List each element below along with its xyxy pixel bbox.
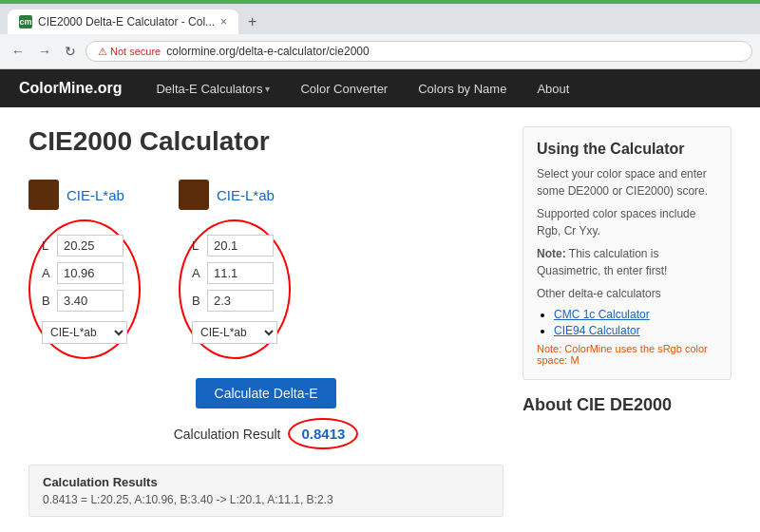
- color1-space-select[interactable]: CIE-L*ab Rgb Yxy: [42, 321, 127, 344]
- sidebar-text1: Select your color space and enter some D…: [537, 165, 717, 200]
- color1-B-input[interactable]: [57, 290, 124, 312]
- about-section-title: About CIE DE2000: [522, 395, 732, 415]
- color2-A-row: A: [192, 262, 277, 284]
- sidebar: Using the Calculator Select your color s…: [522, 126, 732, 517]
- active-tab[interactable]: cm CIE2000 Delta-E Calculator - Col... ×: [8, 10, 238, 34]
- color1-header: CIE-L*ab: [28, 180, 141, 210]
- result-label: Calculation Result: [174, 427, 281, 442]
- other-calcs-label: Other delta-e calculators: [537, 285, 717, 302]
- color2-A-input[interactable]: [207, 262, 274, 284]
- calculator-section: CIE2000 Calculator CIE-L*ab L A: [28, 126, 504, 517]
- color1-L-label: L: [42, 238, 53, 253]
- address-bar: ← → ↻ ⚠ Not secure colormine.org/delta-e…: [0, 34, 760, 68]
- color2-B-label: B: [192, 294, 203, 308]
- color2-space-select[interactable]: CIE-L*ab Rgb Yxy: [192, 321, 277, 344]
- sidebar-text2: Supported color spaces include Rgb, Cr Y…: [537, 205, 717, 239]
- calc-link-item-cmc: CMC 1c Calculator: [554, 308, 717, 321]
- color2-space-label: CIE-L*ab: [217, 187, 275, 203]
- result-row: Calculation Result 0.8413: [28, 418, 504, 449]
- note-label: Note:: [537, 247, 566, 260]
- nav-item-delta-e[interactable]: Delta-E Calculators ▾: [150, 78, 276, 100]
- page-title: CIE2000 Calculator: [28, 126, 504, 157]
- main-content: CIE2000 Calculator CIE-L*ab L A: [0, 107, 760, 532]
- color2-swatch: [179, 180, 209, 210]
- calc-results-box: Calculation Results 0.8413 = L:20.25, A:…: [28, 465, 504, 517]
- site-logo[interactable]: ColorMine.org: [19, 80, 122, 97]
- refresh-button[interactable]: ↻: [61, 42, 80, 61]
- color2-B-row: B: [192, 290, 277, 312]
- color1-A-row: A: [42, 262, 127, 284]
- color1-group: CIE-L*ab L A B CIE: [28, 180, 141, 359]
- color1-L-input[interactable]: [57, 235, 124, 256]
- color1-A-input[interactable]: [57, 262, 124, 284]
- new-tab-button[interactable]: +: [242, 13, 262, 30]
- cie94-calc-link[interactable]: CIE94 Calculator: [554, 324, 640, 337]
- warning-icon: ⚠: [98, 46, 107, 58]
- cmc-calc-link[interactable]: CMC 1c Calculator: [554, 308, 650, 321]
- color1-B-row: B: [42, 290, 127, 312]
- sidebar-using-title: Using the Calculator: [537, 141, 717, 158]
- calculate-button[interactable]: Calculate Delta-E: [196, 378, 337, 408]
- calc-links-list: CMC 1c Calculator CIE94 Calculator: [537, 308, 717, 337]
- nav-item-colors-by-name[interactable]: Colors by Name: [412, 78, 512, 100]
- color-inputs-row: CIE-L*ab L A B CIE: [28, 180, 504, 359]
- site-nav: ColorMine.org Delta-E Calculators ▾ Colo…: [0, 69, 760, 107]
- not-secure-indicator: ⚠ Not secure: [98, 46, 161, 58]
- back-button[interactable]: ←: [8, 42, 28, 61]
- forward-button[interactable]: →: [34, 42, 55, 61]
- color2-A-label: A: [192, 266, 203, 280]
- color2-B-input[interactable]: [207, 290, 274, 312]
- color2-L-row: L: [192, 235, 277, 256]
- calc-results-text: 0.8413 = L:20.25, A:10.96, B:3.40 -> L:2…: [43, 493, 489, 506]
- sidebar-note: Note: This calculation is Quasimetric, t…: [537, 245, 717, 279]
- nav-item-about[interactable]: About: [531, 78, 575, 100]
- color2-L-input[interactable]: [207, 235, 274, 256]
- color2-input-circle: L A B CIE-L*ab Rgb Yxy: [179, 219, 291, 359]
- tab-bar: cm CIE2000 Delta-E Calculator - Col... ×…: [0, 4, 760, 34]
- tab-close-btn[interactable]: ×: [220, 15, 227, 28]
- url-text: colormine.org/delta-e-calculator/cie2000: [166, 45, 369, 58]
- tab-title: CIE2000 Delta-E Calculator - Col...: [38, 15, 215, 28]
- color2-header: CIE-L*ab: [179, 180, 291, 210]
- color1-L-row: L: [42, 235, 127, 256]
- not-secure-label: Not secure: [110, 46, 161, 57]
- sidebar-using-card: Using the Calculator Select your color s…: [522, 126, 732, 380]
- address-field[interactable]: ⚠ Not secure colormine.org/delta-e-calcu…: [86, 41, 752, 62]
- nav-item-color-converter[interactable]: Color Converter: [294, 78, 393, 100]
- color1-space-label: CIE-L*ab: [66, 187, 124, 203]
- color1-B-label: B: [42, 294, 53, 308]
- calc-link-item-cie94: CIE94 Calculator: [554, 324, 717, 337]
- color1-input-circle: L A B CIE-L*ab Rgb Yxy: [28, 219, 141, 359]
- sidebar-note2: Note: ColorMine uses the sRgb color spac…: [537, 343, 717, 366]
- color2-group: CIE-L*ab L A B CIE: [179, 180, 291, 359]
- browser-chrome: cm CIE2000 Delta-E Calculator - Col... ×…: [0, 0, 760, 69]
- result-value: 0.8413: [301, 426, 345, 442]
- dropdown-arrow-icon: ▾: [265, 84, 270, 94]
- color1-A-label: A: [42, 266, 53, 280]
- color2-L-label: L: [192, 238, 203, 253]
- color1-swatch: [28, 180, 59, 210]
- calc-results-title: Calculation Results: [43, 475, 489, 489]
- tab-favicon: cm: [19, 15, 32, 28]
- about-section: About CIE DE2000: [522, 395, 732, 415]
- result-circle: 0.8413: [288, 418, 358, 449]
